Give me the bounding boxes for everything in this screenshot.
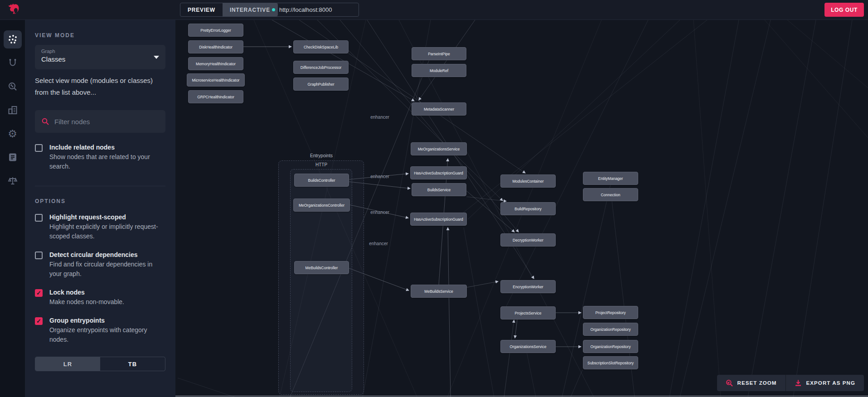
graph-node[interactable]: HasActiveSubscriptionGuard [410,166,467,179]
status-dot [272,8,275,11]
url-display[interactable]: http://localhost:8000 [266,3,359,17]
chevron-down-icon [154,56,159,59]
entrypoints-group-label: Entrypoints [310,153,333,158]
lock-nodes-checkbox[interactable]: ✓ [35,289,43,297]
gear-icon: ⚙ [8,129,17,139]
route-icon [7,58,18,68]
option-title: Highlight request-scoped [49,213,165,222]
top-bar: PREVIEW INTERACTIVE http://localhost:800… [0,0,868,20]
graph-node[interactable]: MicroserviceHealthIndicator [187,73,245,87]
rail-item-inspect[interactable] [4,77,22,96]
graph-node[interactable]: ParseIntPipe [412,47,466,60]
reset-zoom-button[interactable]: RESET ZOOM [717,375,786,391]
preview-mode-tabs: PREVIEW INTERACTIVE [180,3,278,17]
export-png-label: EXPORT AS PNG [806,380,855,386]
graph-node[interactable]: PrettyErrorLogger [188,24,243,37]
graph-node[interactable]: HasActiveSubscriptionGuard [410,213,467,226]
scales-icon [7,175,18,186]
filter-nodes-input[interactable] [54,118,159,126]
view-mode-helper-text: Select view mode (modules or classes) fr… [35,75,165,98]
zoom-reset-icon [726,379,733,387]
graph-node[interactable]: BuildRepository [500,202,556,215]
option-detect-circular: Detect circular dependencies Find and fi… [35,250,165,279]
reset-zoom-label: RESET ZOOM [737,380,777,386]
include-related-checkbox[interactable] [35,144,43,152]
include-related-title: Include related nodes [49,143,165,152]
download-icon [795,379,802,387]
export-png-button[interactable]: EXPORT AS PNG [786,375,864,391]
graph-node[interactable]: OrganizationRepository [583,340,638,353]
rail-item-legal[interactable] [4,172,22,190]
graph-node[interactable]: DecryptionWorker [500,233,556,247]
graph-node[interactable]: GRPCHealthIndicator [188,90,243,103]
search-insights-icon [7,81,18,92]
options-heading: OPTIONS [35,198,165,204]
organization-icon [7,105,18,116]
graph-node[interactable]: OrganizationRepository [583,323,638,336]
rail-item-organizations[interactable] [4,101,22,119]
graph-mode-select[interactable]: Graph Classes [35,45,165,69]
graph-node[interactable]: ProjectsService [500,306,556,320]
graph-node[interactable]: DifferenceJobProcessor [293,61,349,74]
tab-preview[interactable]: PREVIEW [180,3,223,16]
dropdown-value: Classes [41,55,159,63]
group-entrypoints-checkbox[interactable]: ✓ [35,317,43,325]
option-title: Detect circular dependencies [49,250,165,260]
graph-node[interactable]: MetadataScanner [412,102,466,116]
graph-node[interactable]: BuildsController [294,174,349,187]
graph-node[interactable]: EncryptionWorker [500,280,556,293]
option-group-entrypoints: ✓ Group entrypoints Organize entrypoints… [35,316,165,344]
graph-node[interactable]: MeOrganizationsService [411,142,467,155]
graph-node[interactable]: CheckDiskSpaceLib [293,40,349,53]
graph-node[interactable]: ModulesContainer [500,174,556,188]
direction-lr-button[interactable]: LR [35,357,100,371]
option-desc: Find and fix circular dependencies in yo… [49,260,165,279]
http-group-label: HTTP [315,162,327,167]
rail-item-graph-view[interactable] [4,30,22,48]
rail-item-settings[interactable]: ⚙ [4,125,22,143]
detect-circular-checkbox[interactable] [35,252,43,259]
graph-node[interactable]: ProjectRepository [583,306,638,319]
graph-node[interactable]: DiskHealthIndicator [188,40,243,53]
search-icon [42,118,49,125]
rail-item-routes[interactable] [4,54,22,72]
option-title: Lock nodes [49,288,124,297]
dropdown-label: Graph [41,48,159,54]
canvas-actions: RESET ZOOM EXPORT AS PNG [717,375,864,391]
logout-button[interactable]: LOG OUT [824,3,864,17]
notes-icon [7,152,18,163]
edge-label-enhancer: enhancer [370,115,389,120]
edge-label-enhancer: enhancer [370,210,389,215]
rail-item-notes[interactable] [4,148,22,166]
nestjs-logo-icon [5,2,21,19]
sidebar: VIEW MODE Graph Classes Select view mode… [25,20,175,397]
graph-node[interactable]: MemoryHealthIndicator [188,57,243,70]
filter-nodes-box [35,110,165,133]
sidebar-divider [35,186,165,186]
graph-node[interactable]: Connection [583,188,638,201]
graph-node[interactable]: ModuleRef [412,64,466,77]
edge-label-enhancer: enhancer [369,241,388,246]
canvas-baseline [175,396,868,397]
graph-node[interactable]: SubscriptionSlotRepository [583,356,638,369]
option-desc: Organize entrypoints with category nodes… [49,325,165,344]
view-mode-heading: VIEW MODE [35,32,165,39]
direction-tb-button[interactable]: TB [100,357,165,371]
option-desc: Make nodes non-movable. [49,297,124,307]
layout-direction-toggle: LR TB [35,357,165,371]
graph-node[interactable]: GraphPublisher [293,77,349,91]
graph-node[interactable]: EntityManager [583,172,638,185]
graph-node[interactable]: BuildsService [412,183,466,196]
graph-node[interactable]: MeOrganizationsController [293,198,350,212]
option-highlight-request-scoped: Highlight request-scoped Highlight expli… [35,213,165,241]
include-related-row: Include related nodes Show nodes that ar… [35,143,165,171]
graph-view-icon [7,34,18,45]
option-desc: Highlight explicitly or implicitly reque… [49,222,165,241]
edge-label-enhancer: enhancer [370,174,389,179]
highlight-request-scoped-checkbox[interactable] [35,214,43,222]
graph-node[interactable]: OrganizationsService [500,340,556,353]
graph-canvas[interactable]: Entrypoints HTTP PrettyErrorLoggerDiskHe… [175,20,868,397]
graph-node[interactable]: MeBuildsService [411,285,467,298]
graph-node[interactable]: MeBuildsController [294,261,349,274]
include-related-desc: Show nodes that are related to your sear… [49,152,165,171]
